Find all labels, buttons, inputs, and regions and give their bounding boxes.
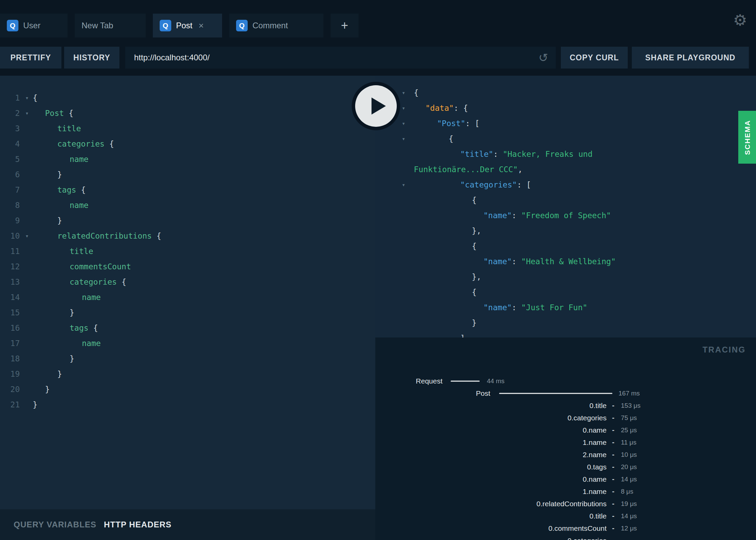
tab-user[interactable]: QUser xyxy=(0,14,68,38)
token-punct: } xyxy=(472,318,477,327)
share-playground-button[interactable]: SHARE PLAYGROUND xyxy=(632,47,749,69)
line-number: 6 xyxy=(0,167,21,182)
response-code: Funktionäre...Der CCC", xyxy=(409,162,756,177)
line-number: 5 xyxy=(0,152,21,167)
response-code: ] xyxy=(409,331,756,338)
token-key: "name" xyxy=(483,303,512,312)
fold-spacer xyxy=(21,336,33,351)
fold-spacer xyxy=(375,331,409,338)
fold-arrow-icon[interactable]: ▾ xyxy=(21,228,33,244)
fold-arrow-icon[interactable]: ▾ xyxy=(21,106,33,121)
trace-duration: 12 μs xyxy=(621,525,637,532)
endpoint-url-box[interactable]: http://localhost:4000/ ↺ xyxy=(125,47,556,69)
trace-row: Request44 ms xyxy=(375,375,756,387)
line-number: 1 xyxy=(0,90,21,106)
trace-label: Post xyxy=(476,389,490,397)
settings-gear-icon[interactable]: ⚙ xyxy=(733,11,747,29)
tracing-title: TRACING xyxy=(702,345,746,355)
trace-label: 0.relatedContributions xyxy=(537,500,607,508)
token-punct: } xyxy=(45,385,50,394)
response-line: { xyxy=(375,193,756,208)
query-line: 14name xyxy=(0,290,375,305)
query-line: 3title xyxy=(0,121,375,136)
fold-arrow-icon[interactable]: ▾ xyxy=(375,177,409,193)
line-number: 12 xyxy=(0,259,21,274)
token-punct: : xyxy=(512,257,521,266)
copy-curl-button[interactable]: COPY CURL xyxy=(561,47,628,69)
trace-row: 0.title-14 μs xyxy=(375,510,756,522)
response-line: ▾{ xyxy=(375,131,756,147)
trace-dash: - xyxy=(612,463,614,471)
response-code: } xyxy=(409,315,756,331)
line-number: 19 xyxy=(0,366,21,382)
execute-button[interactable] xyxy=(355,85,397,127)
tab-post[interactable]: QPost× xyxy=(153,14,222,38)
line-number: 16 xyxy=(0,320,21,336)
trace-label: 1.name xyxy=(583,438,607,447)
query-code: categories { xyxy=(33,274,375,290)
token-key: "Post" xyxy=(437,119,465,128)
tab-new-tab[interactable]: New Tab xyxy=(75,14,146,38)
schema-tab[interactable]: SCHEMA xyxy=(738,111,756,164)
query-code: Post { xyxy=(33,106,375,121)
response-code: "Post": [ xyxy=(409,116,756,131)
trace-row: Post167 ms xyxy=(375,387,756,400)
token-punct: : xyxy=(512,211,521,220)
response-line: Funktionäre...Der CCC", xyxy=(375,162,756,177)
trace-duration: 25 μs xyxy=(621,426,637,434)
response-line: ▾"Post": [ xyxy=(375,116,756,131)
fold-spacer xyxy=(375,300,409,315)
fold-arrow-icon[interactable]: ▾ xyxy=(375,131,409,147)
query-line: 12commentsCount xyxy=(0,259,375,274)
add-tab-button[interactable]: + xyxy=(331,14,359,38)
history-button[interactable]: HISTORY xyxy=(64,47,119,69)
editor-footer: QUERY VARIABLES HTTP HEADERS xyxy=(0,509,375,540)
query-editor[interactable]: 1▾{2▾Post {3title4categories {5name6}7ta… xyxy=(0,90,375,412)
trace-label: 0.name xyxy=(583,426,607,434)
response-pane: ▾{▾"data": {▾"Post": [▾{"title": "Hacker… xyxy=(375,76,756,338)
fold-spacer xyxy=(21,182,33,198)
token-punct: { xyxy=(64,109,73,118)
close-tab-icon[interactable]: × xyxy=(199,21,204,30)
token-punct: { xyxy=(104,139,114,148)
query-code: } xyxy=(33,397,375,412)
fold-spacer xyxy=(21,351,33,366)
token-punct: } xyxy=(70,354,74,363)
query-line: 7tags { xyxy=(0,182,375,198)
token-punct: { xyxy=(76,185,86,194)
fold-spacer xyxy=(21,167,33,182)
query-code: } xyxy=(33,167,375,182)
fold-spacer xyxy=(21,320,33,336)
trace-duration: 75 μs xyxy=(621,414,637,422)
query-code: name xyxy=(33,152,375,167)
token-key: "name" xyxy=(483,211,512,220)
token-punct: { xyxy=(33,93,38,102)
trace-row: 0.relatedContributions-19 μs xyxy=(375,498,756,510)
query-tab-icon: Q xyxy=(160,20,171,31)
trace-row: 0.categories- xyxy=(375,535,756,540)
query-variables-tab[interactable]: QUERY VARIABLES xyxy=(14,520,97,529)
tab-comment[interactable]: QComment xyxy=(229,14,323,38)
trace-label: 0.tags xyxy=(587,463,607,471)
trace-dash: - xyxy=(612,438,614,446)
response-code: { xyxy=(409,239,756,254)
trace-row: 0.title-153 μs xyxy=(375,400,756,412)
response-line: "name": "Health & Wellbeing" xyxy=(375,254,756,269)
http-headers-tab[interactable]: HTTP HEADERS xyxy=(104,520,172,529)
fold-arrow-icon[interactable]: ▾ xyxy=(21,90,33,106)
fold-spacer xyxy=(21,244,33,259)
endpoint-url[interactable]: http://localhost:4000/ xyxy=(134,53,209,62)
response-line: ▾{ xyxy=(375,85,756,101)
tracing-panel[interactable]: TRACING Request44 msPost167 ms0.title-15… xyxy=(375,338,756,540)
trace-duration-bar xyxy=(451,381,480,382)
trace-label: 0.commentsCount xyxy=(549,524,607,532)
query-line: 18} xyxy=(0,351,375,366)
query-code: title xyxy=(33,244,375,259)
reload-icon[interactable]: ↺ xyxy=(539,51,549,64)
fold-spacer xyxy=(21,152,33,167)
query-editor-pane[interactable]: 1▾{2▾Post {3title4categories {5name6}7ta… xyxy=(0,76,375,540)
token-field: title xyxy=(70,247,93,256)
trace-rows: Request44 msPost167 ms0.title-153 μs0.ca… xyxy=(375,375,756,540)
response-code: "name": "Health & Wellbeing" xyxy=(409,254,756,269)
prettify-button[interactable]: PRETTIFY xyxy=(0,47,61,69)
